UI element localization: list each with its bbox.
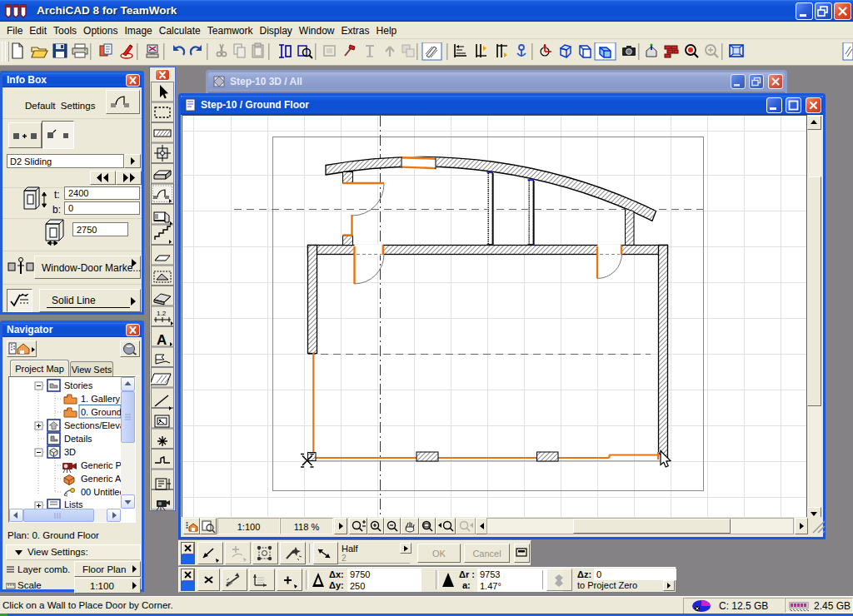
svg-text:Stories: Stories	[64, 380, 93, 390]
svg-text:Generic Ax: Generic Ax	[81, 474, 122, 484]
svg-text:1.2: 1.2	[157, 310, 167, 317]
svg-text:0. Ground: 0. Ground	[81, 407, 122, 417]
svg-text:3D: 3D	[64, 447, 76, 457]
svg-text:1. Gallery: 1. Gallery	[81, 394, 121, 404]
svg-text:Lists: Lists	[64, 499, 83, 509]
svg-text:Generic Pe: Generic Pe	[81, 460, 122, 470]
svg-text:A: A	[157, 332, 167, 348]
svg-text:Details: Details	[64, 434, 92, 444]
svg-text:00 Untitled: 00 Untitled	[81, 487, 122, 497]
svg-text:Sections/Eleva: Sections/Eleva	[64, 420, 122, 430]
